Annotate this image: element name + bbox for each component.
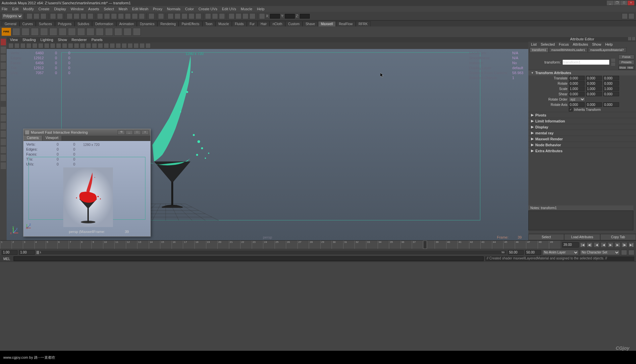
shelf-info-icon[interactable] (133, 28, 141, 36)
shelf-tab-realflow[interactable]: RealFlow (336, 21, 356, 26)
play-back-button[interactable]: ◀ (601, 242, 607, 248)
fire-title-bar[interactable]: Maxwell Fast Interactive Rendering ⟲ _ □… (24, 129, 150, 136)
rotate-order-select[interactable]: xyz (569, 97, 585, 102)
current-frame-input[interactable] (562, 242, 579, 248)
menu-display[interactable]: Display (54, 7, 66, 11)
vp-menu-shading[interactable]: Shading (23, 38, 36, 42)
vp-icon[interactable] (14, 43, 20, 48)
snap-point-icon[interactable] (111, 13, 117, 19)
move-tool-icon[interactable] (1, 63, 6, 69)
vp-icon[interactable] (62, 43, 67, 48)
menu-modify[interactable]: Modify (23, 7, 34, 11)
vp-menu-lighting[interactable]: Lighting (40, 38, 53, 42)
menu-window[interactable]: Window (71, 7, 83, 11)
vp-icon[interactable] (32, 43, 37, 48)
layout3-icon[interactable] (242, 13, 248, 19)
persp-outliner-icon[interactable] (1, 123, 6, 129)
lastview-icon[interactable] (1, 155, 6, 161)
ae-menu-attributes[interactable]: Attributes (573, 42, 588, 46)
shelf-book-icon[interactable] (124, 28, 132, 36)
shelf-material-icon[interactable] (40, 28, 48, 36)
vp-icon[interactable] (38, 43, 43, 48)
rotate-x-input[interactable] (569, 81, 585, 86)
shelf-tab-muscle[interactable]: Muscle (215, 21, 232, 26)
fire-pin-button[interactable]: ⟲ (118, 130, 125, 135)
input-mode-icon[interactable] (205, 13, 211, 19)
manipulator-tool-icon[interactable] (1, 86, 6, 93)
ae-hide-button[interactable]: Hide (627, 66, 634, 69)
vp-icon[interactable] (44, 43, 49, 48)
shear-x-input[interactable] (569, 92, 585, 96)
shelf-batch-icon[interactable] (105, 28, 113, 36)
ae-go-down-icon[interactable] (611, 63, 615, 66)
shelf-sun-icon[interactable] (12, 28, 20, 36)
ae-section-display[interactable]: ▶Display (528, 124, 636, 130)
undo-icon[interactable] (50, 13, 56, 19)
vp-menu-show[interactable]: Show (58, 38, 67, 42)
vp-icon[interactable] (74, 43, 79, 48)
ae-section-pivots[interactable]: ▶Pivots (528, 112, 636, 118)
scale-tool-icon[interactable] (1, 78, 6, 85)
snap-plane-icon[interactable] (118, 13, 124, 19)
ae-focus-button[interactable]: Focus (618, 55, 634, 59)
fire-tab-camera[interactable]: Camera (24, 136, 42, 141)
vp-icon[interactable] (86, 43, 91, 48)
shear-z-input[interactable] (603, 92, 619, 96)
shelf-tab-rfrk[interactable]: RFRK (356, 21, 371, 26)
ae-section-node-behavior[interactable]: ▶Node Behavior (528, 142, 636, 148)
save-scene-icon[interactable] (40, 13, 46, 19)
abs-transform-icon[interactable] (259, 13, 265, 19)
rotate-z-input[interactable] (603, 81, 619, 86)
ae-menu-selected[interactable]: Selected (541, 42, 555, 46)
shelf-tab-toon[interactable]: Toon (202, 21, 216, 26)
graph-view-icon[interactable] (1, 162, 6, 169)
time-ruler[interactable]: 1234567891011121314151617181920212223242… (0, 241, 560, 249)
shelf-tab-fur[interactable]: Fur (247, 21, 258, 26)
restore-button[interactable]: ❐ (614, 1, 620, 5)
menu-assets[interactable]: Assets (88, 7, 99, 11)
shelf-tab-dynamics[interactable]: Dynamics (137, 21, 157, 26)
layout-icon[interactable] (229, 13, 235, 19)
shelf-tab-surfaces[interactable]: Surfaces (36, 21, 55, 26)
single-view-icon[interactable] (1, 107, 6, 114)
vertex-color-icon[interactable] (219, 13, 225, 19)
vp-icon[interactable] (68, 43, 73, 48)
rotate-tool-icon[interactable] (1, 70, 6, 77)
menu-help[interactable]: Help (257, 7, 265, 11)
ae-section-header[interactable]: ▼Transform Attributes (528, 70, 636, 75)
menu-muscle[interactable]: Muscle (241, 7, 252, 11)
snap-curve-icon[interactable] (104, 13, 110, 19)
shelf-mesh-icon[interactable] (49, 28, 57, 36)
translate-z-input[interactable] (603, 76, 619, 80)
prefs-button[interactable] (628, 250, 634, 255)
ae-menu-list[interactable]: List (531, 42, 537, 46)
rotaxis-y-input[interactable] (586, 102, 602, 107)
range-slider[interactable]: 150 (36, 250, 506, 254)
layout2-icon[interactable] (236, 13, 241, 19)
shelf-tab-fluids[interactable]: Fluids (232, 21, 247, 26)
character-set-select[interactable]: No Character Set (580, 250, 620, 255)
menu-edit[interactable]: Edit (12, 7, 19, 11)
fire-maximize-button[interactable]: □ (133, 130, 141, 135)
anim-end-input[interactable] (525, 250, 541, 255)
shelf-tab-ncloth[interactable]: nCloth (270, 21, 285, 26)
menu-file[interactable]: File (2, 7, 8, 11)
menu-editmesh[interactable]: Edit Mesh (132, 7, 148, 11)
ae-close-icon[interactable] (632, 37, 635, 40)
rotaxis-z-input[interactable] (603, 102, 619, 107)
auto-key-button[interactable] (621, 250, 627, 255)
shelf-sky-icon[interactable] (22, 28, 29, 36)
vp-icon[interactable] (20, 43, 26, 48)
persp-graph-icon[interactable] (1, 139, 6, 145)
scale-x-input[interactable] (569, 86, 585, 91)
rotaxis-x-input[interactable] (569, 102, 585, 107)
forward-end-button[interactable]: ▶| (628, 242, 634, 248)
soft-select-tool-icon[interactable] (1, 94, 6, 101)
ipr-icon[interactable] (168, 13, 174, 19)
new-scene-icon[interactable] (26, 13, 32, 19)
step-forward-key-button[interactable]: |▶ (621, 242, 627, 248)
ae-show-button[interactable]: Show (619, 66, 626, 69)
maximize-button[interactable]: □ (621, 1, 627, 5)
script-view-icon[interactable] (1, 147, 6, 153)
anim-start-input[interactable] (2, 250, 18, 255)
